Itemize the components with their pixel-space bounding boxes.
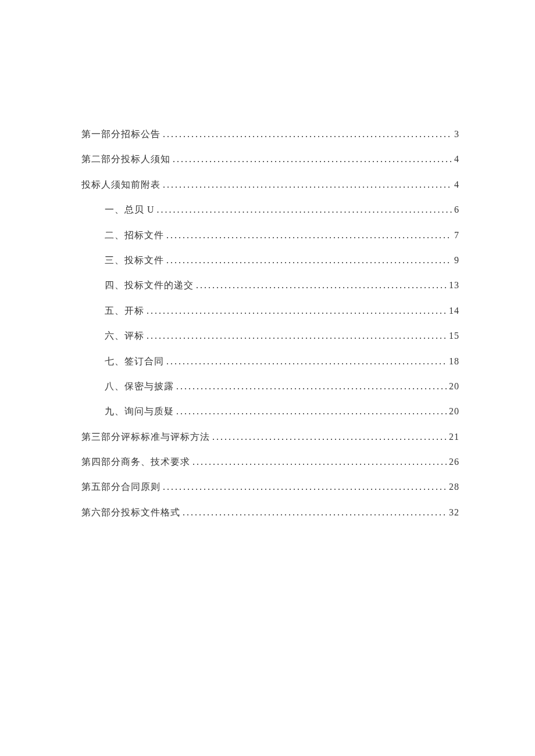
toc-leader [192,456,447,468]
toc-page: 7 [454,229,459,242]
toc-leader [183,506,447,519]
toc-page: 9 [454,254,459,267]
toc-page: 4 [454,153,459,166]
toc-entry: 第四部分商务、技术要求 26 [81,456,459,468]
toc-page: 20 [449,405,459,418]
toc-entry: 一、总贝 U 6 [81,203,459,216]
toc-leader [166,355,447,368]
toc-page: 4 [454,178,459,191]
toc-page: 21 [449,431,459,443]
toc-entry: 三、投标文件 9 [81,254,459,267]
toc-label: 第四部分商务、技术要求 [81,456,190,468]
toc-label: 九、询问与质疑 [105,405,174,418]
toc-leader [147,304,447,317]
toc-leader [176,380,447,393]
toc-entry: 投标人须知前附表 4 [81,178,459,191]
toc-label: 第六部分投标文件格式 [81,506,180,519]
toc-entry: 六、评标 15 [81,329,459,342]
toc-page: 20 [449,380,459,393]
toc-label: 七、签订合同 [105,355,164,368]
toc-leader [176,405,447,418]
toc-leader [173,153,452,166]
toc-page: 6 [454,203,459,216]
toc-label: 第一部分招标公告 [81,128,160,141]
toc-leader [166,254,452,267]
toc-page: 26 [449,456,459,468]
toc-leader [163,481,447,493]
toc-page: 15 [449,329,459,342]
toc-label: 二、招标文件 [105,229,164,242]
toc-page: 13 [449,279,459,292]
toc-leader [163,178,452,191]
toc-leader [196,279,447,292]
toc-entry: 第二部分投标人须知 4 [81,153,459,166]
table-of-contents: 第一部分招标公告 3 第二部分投标人须知 4 投标人须知前附表 4 一、总贝 U… [81,128,459,519]
toc-page: 18 [449,355,459,368]
toc-label: 八、保密与披露 [105,380,174,393]
toc-entry: 八、保密与披露 20 [81,380,459,393]
toc-entry: 二、招标文件 7 [81,229,459,242]
toc-label: 第五部分合同原则 [81,481,160,493]
toc-label: 四、投标文件的递交 [105,279,194,292]
toc-label: 六、评标 [105,329,144,342]
toc-label: 第二部分投标人须知 [81,153,170,166]
toc-leader [212,431,447,443]
toc-entry: 第五部分合同原则 28 [81,481,459,493]
toc-entry: 七、签订合同 18 [81,355,459,368]
toc-leader [157,203,452,216]
toc-label: 一、总贝 U [105,203,155,216]
toc-entry: 第一部分招标公告 3 [81,128,459,141]
toc-leader [166,229,452,242]
toc-leader [147,329,447,342]
toc-entry: 第六部分投标文件格式 32 [81,506,459,519]
toc-page: 32 [449,506,459,519]
toc-label: 投标人须知前附表 [81,178,160,191]
toc-entry: 第三部分评标标准与评标方法 21 [81,431,459,443]
toc-page: 3 [454,128,459,141]
toc-leader [163,128,452,141]
toc-page: 28 [449,481,459,493]
toc-entry: 四、投标文件的递交 13 [81,279,459,292]
toc-entry: 五、开标 14 [81,304,459,317]
toc-label: 三、投标文件 [105,254,164,267]
toc-label: 五、开标 [105,304,144,317]
toc-label: 第三部分评标标准与评标方法 [81,431,210,443]
toc-entry: 九、询问与质疑 20 [81,405,459,418]
toc-page: 14 [449,304,459,317]
